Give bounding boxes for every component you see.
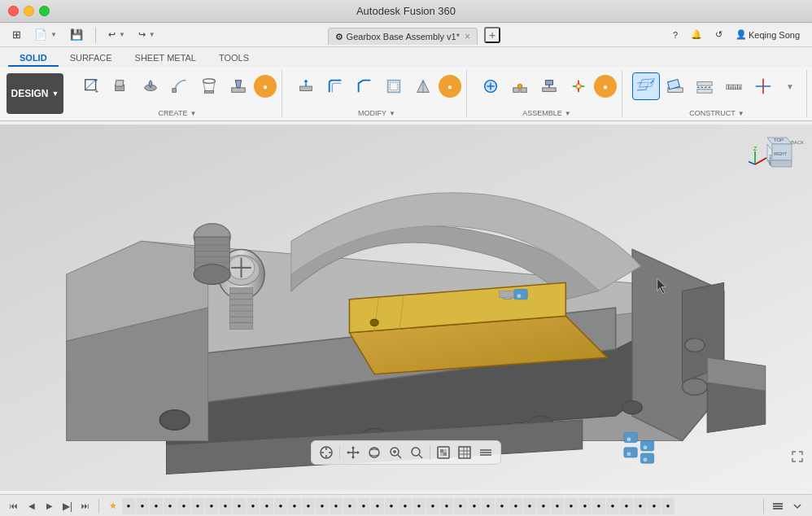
- visual-style-button[interactable]: [476, 444, 495, 461]
- timeline-item-5[interactable]: ●: [191, 498, 204, 514]
- tab-close-icon[interactable]: ×: [465, 31, 470, 42]
- axis-button[interactable]: [749, 72, 777, 100]
- navigate-tool[interactable]: [317, 444, 336, 461]
- timeline-item-22[interactable]: ●: [426, 498, 439, 514]
- timeline-item-3[interactable]: ●: [164, 498, 177, 514]
- timeline-item-13[interactable]: ●: [302, 498, 315, 514]
- close-button[interactable]: [8, 6, 19, 16]
- orbit-tool[interactable]: [365, 444, 384, 461]
- timeline-item-0[interactable]: ●: [122, 498, 135, 514]
- skip-end-button[interactable]: ⏭: [78, 499, 93, 514]
- timeline-pin[interactable]: ★: [105, 498, 121, 514]
- user-account-button[interactable]: 👤 Keqing Song: [730, 26, 805, 44]
- timeline-item-35[interactable]: ●: [606, 498, 619, 514]
- timeline-item-2[interactable]: ●: [150, 498, 163, 514]
- more-modify-button[interactable]: ●: [439, 75, 461, 98]
- timeline-settings-button[interactable]: [770, 498, 786, 514]
- press-pull-button[interactable]: [292, 72, 320, 100]
- timeline-item-12[interactable]: ●: [288, 498, 301, 514]
- sweep-button[interactable]: [166, 72, 194, 100]
- sync-button[interactable]: ↺: [709, 26, 728, 44]
- help-button[interactable]: ?: [667, 26, 683, 44]
- expand-viewport-button[interactable]: [789, 448, 805, 465]
- timeline-item-9[interactable]: ●: [247, 498, 260, 514]
- redo-button[interactable]: ↪ ▼: [133, 26, 161, 44]
- timeline-item-20[interactable]: ●: [399, 498, 412, 514]
- timeline-item-28[interactable]: ●: [509, 498, 522, 514]
- timeline-item-24[interactable]: ●: [454, 498, 467, 514]
- timeline-item-8[interactable]: ●: [233, 498, 246, 514]
- expand-timeline-button[interactable]: [789, 498, 805, 514]
- notifications-button[interactable]: 🔔: [685, 26, 708, 44]
- chamfer-button[interactable]: [351, 72, 378, 100]
- viewport[interactable]: ⊕ ⊕ ⊕ ⊕ ⊕: [0, 121, 812, 494]
- midplane-button[interactable]: [691, 72, 718, 100]
- more-assemble-button[interactable]: ●: [594, 75, 617, 98]
- joint-button[interactable]: [506, 72, 534, 100]
- tab-sheet-metal[interactable]: SHEET METAL: [124, 50, 207, 67]
- timeline-item-33[interactable]: ●: [578, 498, 592, 514]
- new-component-button[interactable]: [477, 72, 504, 100]
- zoom-tool[interactable]: [386, 444, 405, 461]
- timeline-item-34[interactable]: ●: [592, 498, 605, 514]
- pan-tool[interactable]: [343, 444, 363, 461]
- file-menu-button[interactable]: 📄 ▼: [28, 26, 63, 44]
- draft-button[interactable]: [409, 72, 437, 100]
- joint-origin-button[interactable]: [565, 72, 592, 100]
- tab-solid[interactable]: SOLID: [8, 50, 59, 67]
- timeline-item-30[interactable]: ●: [537, 498, 550, 514]
- timeline-item-29[interactable]: ●: [523, 498, 536, 514]
- measure-button[interactable]: [720, 72, 748, 100]
- asbuilt-joint-button[interactable]: [535, 72, 563, 100]
- new-sketch-button[interactable]: +: [78, 72, 106, 100]
- timeline-item-21[interactable]: ●: [413, 498, 426, 514]
- timeline-item-6[interactable]: ●: [205, 498, 218, 514]
- fillet-button[interactable]: [321, 72, 349, 100]
- timeline-item-26[interactable]: ●: [482, 498, 495, 514]
- timeline-item-25[interactable]: ●: [468, 498, 481, 514]
- undo-button[interactable]: ↩ ▼: [103, 26, 131, 44]
- timeline-item-17[interactable]: ●: [357, 498, 370, 514]
- timeline-item-1[interactable]: ●: [136, 498, 149, 514]
- play-button[interactable]: ▶: [42, 499, 57, 514]
- grid-toggle-button[interactable]: [455, 444, 474, 461]
- tab-tools[interactable]: TOOLS: [207, 50, 260, 67]
- timeline-item-10[interactable]: ●: [260, 498, 273, 514]
- prev-button[interactable]: ◀: [24, 499, 39, 514]
- shell-button[interactable]: [380, 72, 408, 100]
- more-create-button[interactable]: ●: [254, 75, 277, 98]
- timeline-item-32[interactable]: ●: [565, 498, 578, 514]
- timeline-item-38[interactable]: ●: [648, 498, 661, 514]
- next-button[interactable]: ▶|: [60, 499, 75, 514]
- loft-button[interactable]: [195, 72, 223, 100]
- zoom-window-tool[interactable]: [407, 444, 426, 461]
- timeline-item-39[interactable]: ●: [661, 498, 674, 514]
- timeline-item-15[interactable]: ●: [330, 498, 343, 514]
- grid-icon-button[interactable]: ⊞: [7, 26, 27, 44]
- viewcube[interactable]: X Z Y TOP: [749, 128, 805, 185]
- timeline-item-27[interactable]: ●: [495, 498, 509, 514]
- timeline-item-37[interactable]: ●: [634, 498, 647, 514]
- timeline-item-19[interactable]: ●: [385, 498, 398, 514]
- save-button[interactable]: 💾: [64, 26, 89, 44]
- design-mode-button[interactable]: DESIGN ▼: [7, 73, 63, 114]
- timeline-item-36[interactable]: ●: [620, 498, 633, 514]
- revolve-button[interactable]: [137, 72, 164, 100]
- timeline-item-23[interactable]: ●: [440, 498, 453, 514]
- maximize-button[interactable]: [39, 6, 50, 16]
- rib-button[interactable]: [225, 72, 252, 100]
- timeline-item-31[interactable]: ●: [551, 498, 564, 514]
- extrude-button[interactable]: [107, 72, 135, 100]
- new-tab-button[interactable]: +: [484, 27, 500, 43]
- timeline-item-16[interactable]: ●: [343, 498, 356, 514]
- timeline-item-11[interactable]: ●: [274, 498, 287, 514]
- offset-plane-button[interactable]: [632, 72, 660, 100]
- timeline-item-7[interactable]: ●: [219, 498, 232, 514]
- more-construct-button[interactable]: ▼: [779, 75, 801, 98]
- plane-angle-button[interactable]: [661, 72, 689, 100]
- minimize-button[interactable]: [24, 6, 34, 16]
- timeline-item-14[interactable]: ●: [316, 498, 329, 514]
- skip-start-button[interactable]: ⏮: [7, 499, 21, 514]
- tab-surface[interactable]: SURFACE: [59, 50, 124, 67]
- timeline-item-4[interactable]: ●: [177, 498, 190, 514]
